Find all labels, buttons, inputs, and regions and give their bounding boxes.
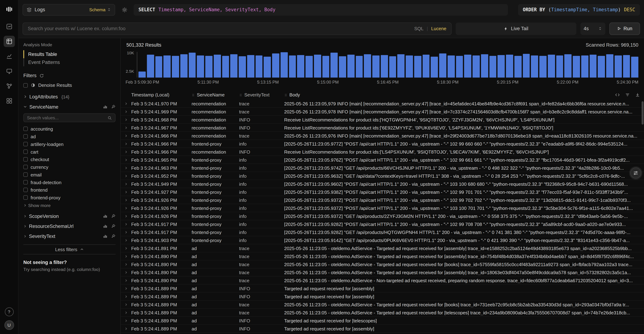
- histogram-bar[interactable]: [197, 55, 204, 78]
- histogram-bar[interactable]: [372, 56, 380, 78]
- group-pin-icon[interactable]: [111, 224, 116, 228]
- checkbox[interactable]: [24, 165, 28, 169]
- group-chart-icon[interactable]: [103, 234, 108, 238]
- histogram-bar[interactable]: [164, 56, 171, 78]
- column-header-body[interactable]: Body: [284, 93, 610, 97]
- histogram-bar[interactable]: [364, 54, 371, 78]
- table-row[interactable]: Feb 3 5:24:41.952 PMfrontend-proxyinfo[2…: [121, 172, 644, 180]
- histogram-bar[interactable]: [623, 55, 630, 78]
- denoise-toggle[interactable]: Denoise Results: [24, 83, 116, 88]
- row-expand-chevron-icon[interactable]: [121, 295, 131, 298]
- histogram-bar[interactable]: [439, 54, 446, 78]
- row-expand-chevron-icon[interactable]: [121, 311, 131, 314]
- row-expand-chevron-icon[interactable]: [121, 110, 131, 113]
- show-more-link[interactable]: Show more: [24, 203, 116, 208]
- table-row[interactable]: Feb 3 5:24:41.889 PMadtrace2025-05-26 11…: [121, 309, 644, 317]
- drag-grip-icon[interactable]: [284, 93, 288, 97]
- download-icon[interactable]: [635, 93, 640, 97]
- histogram-bar[interactable]: [422, 54, 430, 78]
- table-row[interactable]: Feb 3 5:24:41.917 PMfrontend-proxyinfo[2…: [121, 228, 644, 236]
- histogram-bar[interactable]: [389, 56, 396, 78]
- filter-value-ad[interactable]: ad: [24, 133, 116, 140]
- table-row[interactable]: Feb 3 5:24:41.949 PMfrontend-proxyinfo[2…: [121, 180, 644, 188]
- histogram-bar[interactable]: [506, 54, 513, 78]
- histogram-bar[interactable]: [573, 56, 580, 78]
- filter-group-servicename[interactable]: ServiceName: [24, 102, 116, 112]
- settings-gear-button[interactable]: [119, 4, 130, 15]
- drag-grip-icon[interactable]: [192, 93, 195, 97]
- mode-lucene[interactable]: Lucene: [431, 26, 446, 31]
- histogram-bar[interactable]: [631, 56, 638, 78]
- table-row[interactable]: Feb 3 5:24:41.917 PMfrontend-proxyinfo[2…: [121, 220, 644, 228]
- nav-search-logs-icon[interactable]: [4, 36, 15, 47]
- table-settings-fab[interactable]: [630, 167, 641, 178]
- row-expand-chevron-icon[interactable]: [121, 142, 131, 145]
- histogram-bar[interactable]: [289, 56, 296, 78]
- histogram-bar[interactable]: [339, 56, 346, 78]
- code-icon[interactable]: [615, 93, 620, 97]
- group-pin-icon[interactable]: [111, 105, 116, 109]
- app-logo-icon[interactable]: [4, 3, 15, 15]
- row-expand-chevron-icon[interactable]: [121, 246, 131, 250]
- histogram-bar[interactable]: [306, 56, 313, 78]
- filter-group-resourceschemaurl[interactable]: ResourceSchemaUrl: [24, 221, 116, 231]
- row-expand-chevron-icon[interactable]: [121, 238, 131, 242]
- histogram-bar[interactable]: [448, 55, 454, 78]
- table-row[interactable]: Feb 3 5:24:41.889 PMadtrace2025-05-26 11…: [121, 301, 644, 309]
- table-row[interactable]: Feb 3 5:24:41.926 PMfrontend-proxyinfo[2…: [121, 212, 644, 220]
- histogram-bar[interactable]: [464, 55, 471, 78]
- mode-sql[interactable]: SQL: [414, 26, 424, 31]
- table-row[interactable]: Feb 3 5:24:41.889 PMadINFOTargeted ad re…: [121, 285, 644, 293]
- row-expand-chevron-icon[interactable]: [121, 134, 131, 137]
- nav-apps-icon[interactable]: [4, 95, 15, 106]
- filter-value-frontend[interactable]: frontend: [24, 186, 116, 194]
- table-row[interactable]: Feb 3 5:24:41.889 PMadINFOTargeted ad re…: [121, 317, 644, 325]
- histogram-bar[interactable]: [347, 55, 354, 78]
- interval-select[interactable]: 4s: [580, 22, 606, 35]
- nav-dashboards-icon[interactable]: [4, 21, 15, 32]
- histogram-bar[interactable]: [297, 55, 304, 78]
- row-expand-chevron-icon[interactable]: [121, 263, 131, 266]
- histogram-bar[interactable]: [180, 54, 187, 78]
- live-tail-button[interactable]: Live Tail: [456, 22, 576, 35]
- table-row[interactable]: Feb 3 5:24:41.891 PMadtrace2025-05-26 11…: [121, 244, 644, 252]
- table-row[interactable]: Feb 3 5:24:41.966 PMrecommendationtrace2…: [121, 132, 644, 140]
- histogram-bar[interactable]: [590, 54, 596, 78]
- histogram-bar[interactable]: [222, 56, 229, 78]
- row-expand-chevron-icon[interactable]: [121, 126, 131, 129]
- histogram-bar[interactable]: [472, 56, 480, 78]
- histogram-bar[interactable]: [264, 56, 271, 78]
- group-pin-icon[interactable]: [111, 214, 116, 218]
- histogram-bar[interactable]: [188, 52, 196, 78]
- filter-value-checkout[interactable]: checkout: [24, 156, 116, 163]
- filter-value-frontend-proxy[interactable]: frontend-proxy: [24, 194, 116, 201]
- table-row[interactable]: Feb 3 5:24:41.963 PMfrontend-proxyinfo[2…: [121, 164, 644, 172]
- histogram-bar[interactable]: [381, 55, 388, 78]
- histogram-bar[interactable]: [581, 55, 588, 78]
- group-chart-icon[interactable]: [103, 105, 108, 109]
- nav-service-map-icon[interactable]: [4, 80, 15, 92]
- row-expand-chevron-icon[interactable]: [121, 190, 131, 193]
- less-filters-button[interactable]: Less filters: [24, 244, 116, 254]
- histogram-bar[interactable]: [456, 56, 463, 78]
- column-header-timestamp[interactable]: Timestamp (Local): [131, 93, 192, 97]
- row-expand-chevron-icon[interactable]: [121, 174, 131, 177]
- filter-group-logattributes[interactable]: LogAttributes {14}: [24, 92, 116, 102]
- histogram-bar[interactable]: [489, 56, 496, 78]
- row-expand-chevron-icon[interactable]: [121, 198, 131, 201]
- row-expand-chevron-icon[interactable]: [121, 279, 131, 282]
- search-input[interactable]: [28, 26, 410, 31]
- checkbox[interactable]: [24, 172, 28, 177]
- table-row[interactable]: Feb 3 5:24:41.890 PMadtrace2025-05-26 11…: [121, 260, 644, 268]
- table-row[interactable]: Feb 3 5:24:41.890 PMadtrace2025-05-26 11…: [121, 268, 644, 277]
- run-button[interactable]: Run: [610, 22, 640, 35]
- histogram-bar[interactable]: [531, 55, 538, 78]
- checkbox[interactable]: [24, 180, 28, 184]
- histogram-bar[interactable]: [330, 53, 338, 78]
- user-avatar[interactable]: U: [4, 321, 14, 330]
- row-expand-chevron-icon[interactable]: [121, 206, 131, 209]
- histogram-bar[interactable]: [138, 72, 146, 78]
- table-row[interactable]: Feb 3 5:24:41.927 PMfrontend-proxyinfo[2…: [121, 188, 644, 196]
- histogram-bar[interactable]: [230, 54, 238, 78]
- drag-grip-icon[interactable]: [239, 93, 242, 97]
